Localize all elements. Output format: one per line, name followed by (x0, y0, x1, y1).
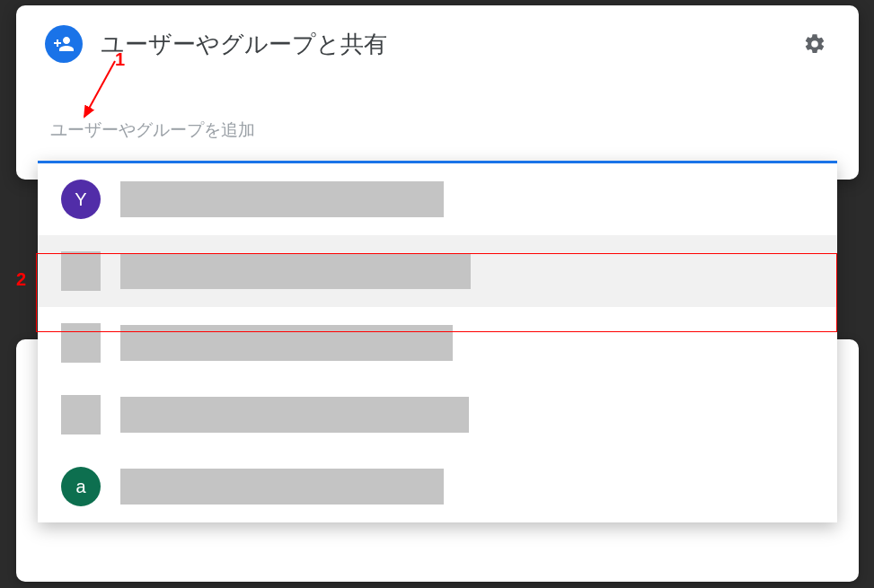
redacted-name (120, 181, 444, 217)
share-dialog: ユーザーやグループと共有 ユーザーやグループを追加 (16, 5, 859, 180)
annotation-number: 2 (16, 269, 26, 290)
suggestion-item[interactable] (38, 235, 837, 307)
dialog-header: ユーザーやグループと共有 (45, 25, 830, 63)
add-people-input[interactable]: ユーザーやグループを追加 (45, 118, 830, 147)
person-add-icon (53, 33, 75, 55)
suggestion-item[interactable] (38, 307, 837, 379)
avatar (61, 395, 101, 434)
gear-icon (803, 32, 826, 56)
redacted-name (120, 397, 469, 433)
avatar (61, 323, 101, 363)
suggestion-dropdown: Y a (38, 161, 837, 522)
dialog-title: ユーザーやグループと共有 (101, 29, 781, 60)
settings-button[interactable] (799, 29, 830, 59)
avatar: a (61, 467, 101, 506)
suggestion-item[interactable] (38, 379, 837, 451)
redacted-name (120, 469, 444, 505)
redacted-name (120, 253, 471, 289)
avatar (61, 251, 101, 291)
suggestion-item[interactable]: Y (38, 163, 837, 235)
suggestion-item[interactable]: a (38, 451, 837, 522)
input-placeholder-text: ユーザーやグループを追加 (45, 118, 830, 147)
share-header-icon (45, 25, 83, 63)
redacted-name (120, 325, 453, 361)
avatar: Y (61, 180, 101, 219)
